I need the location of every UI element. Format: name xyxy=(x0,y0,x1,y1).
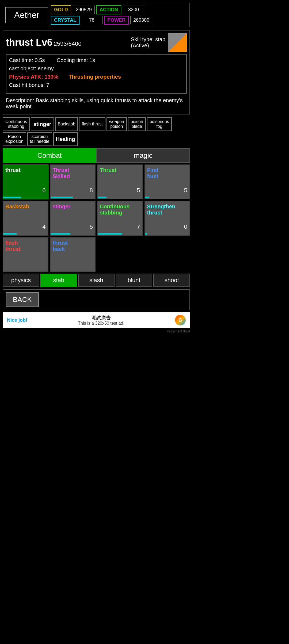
skill-bar-btn-1[interactable]: stinger xyxy=(31,117,54,131)
skill-grid: thrust6Thrust Skilled8Thrust5Find fault5… xyxy=(3,164,190,272)
skill-bar-btn-2[interactable]: Backstab xyxy=(55,117,78,131)
skill-title-row: thrust Lv6 2593/6400 Skill type: stab (A… xyxy=(6,33,187,52)
filter-btn-blunt[interactable]: blunt xyxy=(116,274,152,287)
cast-hit-row: Cast hit bonus: 7 xyxy=(9,82,184,88)
filter-btn-physics[interactable]: physics xyxy=(3,274,39,287)
back-section: BACK xyxy=(3,289,190,310)
physics-row: Physics ATK: 130% Thrusting properties xyxy=(9,74,184,80)
skill-bar-btn-6[interactable]: poisonous fog xyxy=(147,117,172,131)
skill-description: Description: Basic stabbing skills, usin… xyxy=(6,96,187,111)
filter-btn-slash[interactable]: slash xyxy=(78,274,115,287)
crystal-label: CRYSTAL xyxy=(51,16,79,25)
skill-cell-4[interactable]: Backstab4 xyxy=(3,201,48,236)
ad-logo: G xyxy=(175,315,186,325)
skill-bar-btn-8[interactable]: scorpion tail needle xyxy=(27,132,52,146)
skill-cell-1[interactable]: Thrust Skilled8 xyxy=(50,164,96,199)
skill-cell-7[interactable]: Strengthen thrust0 xyxy=(144,201,190,236)
skill-cell-8[interactable]: flash thrust xyxy=(3,237,48,272)
tab-combat[interactable]: Combat xyxy=(3,148,96,163)
power-label: POWER xyxy=(104,16,129,25)
skill-cell-5[interactable]: stinger5 xyxy=(50,201,96,236)
gold-label: GOLD xyxy=(51,5,71,14)
skill-detail-panel: thrust Lv6 2593/6400 Skill type: stab (A… xyxy=(3,30,190,114)
character-name: Aether xyxy=(5,7,48,23)
skill-type: Skill type: stab (Active) xyxy=(131,36,165,49)
header-stats: GOLD 290529 ACTION 3200 CRYSTAL 78 POWER… xyxy=(51,5,187,25)
dev-build: velopment Build xyxy=(0,329,193,333)
skill-bar-btn-7[interactable]: Poison explosion xyxy=(3,132,26,146)
skill-icon xyxy=(168,33,187,52)
cast-time-row: Cast time: 0.5s Cooling time: 1s xyxy=(9,57,184,63)
header-row-2: CRYSTAL 78 POWER 260300 xyxy=(51,16,187,25)
header-row-1: GOLD 290529 ACTION 3200 xyxy=(51,5,187,14)
skill-cell-9[interactable]: thrust back xyxy=(50,237,96,272)
ad-nice: Nice job! xyxy=(7,317,27,323)
skill-cell-2[interactable]: Thrust5 xyxy=(97,164,143,199)
back-button[interactable]: BACK xyxy=(6,292,39,307)
tabs: Combat magic xyxy=(3,148,190,163)
skill-stats-box: Cast time: 0.5s Cooling time: 1s cast ob… xyxy=(6,54,187,94)
ad-banner: Nice job! 測試廣告 This is a 320x50 test ad.… xyxy=(3,312,190,328)
filter-row: physicsstabslashbluntshoot xyxy=(3,274,190,287)
skill-bar-btn-9[interactable]: Healing xyxy=(53,132,78,146)
cast-object-row: cast object: enemy xyxy=(9,66,184,72)
power-value: 260300 xyxy=(130,16,152,24)
skill-cell-6[interactable]: Continuous stabbing7 xyxy=(97,201,143,236)
skill-title: thrust Lv6 2593/6400 xyxy=(6,37,81,48)
tab-magic[interactable]: magic xyxy=(96,148,190,163)
skill-bar-buttons: Continuous stabbingstingerBackstabflash … xyxy=(3,117,190,146)
skill-bar-btn-4[interactable]: weapon poison xyxy=(107,117,127,131)
action-label: ACTION xyxy=(96,5,121,14)
skill-cell-0[interactable]: thrust6 xyxy=(3,164,48,199)
skill-bar-btn-5[interactable]: poison blade xyxy=(128,117,146,131)
ad-title: 測試廣告 This is a 320x50 test ad. xyxy=(30,315,172,326)
filter-btn-stab[interactable]: stab xyxy=(40,274,77,287)
header: Aether GOLD 290529 ACTION 3200 CRYSTAL 7… xyxy=(3,3,190,27)
skill-cell-3[interactable]: Find fault5 xyxy=(144,164,190,199)
action-value: 3200 xyxy=(123,6,144,14)
skill-bar-btn-0[interactable]: Continuous stabbing xyxy=(3,117,30,131)
crystal-value: 78 xyxy=(81,16,102,24)
gold-value: 290529 xyxy=(73,6,95,14)
skill-bar-btn-3[interactable]: flash thrust xyxy=(79,117,105,131)
filter-btn-shoot[interactable]: shoot xyxy=(153,274,190,287)
